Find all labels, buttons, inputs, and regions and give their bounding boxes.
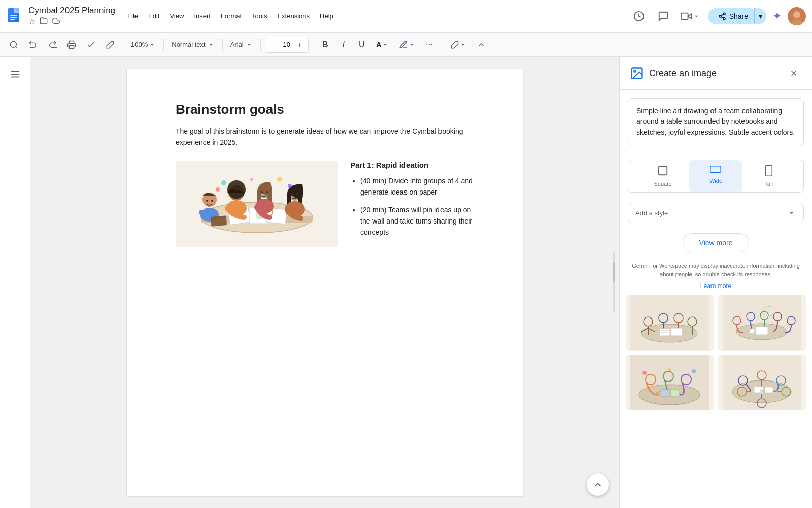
text-style-selector[interactable]: Normal text xyxy=(168,37,218,53)
svg-point-37 xyxy=(211,200,213,202)
star-icon[interactable]: ☆ xyxy=(28,17,36,27)
pen-tool-btn[interactable] xyxy=(446,37,470,53)
spell-btn[interactable] xyxy=(82,37,99,53)
svg-point-48 xyxy=(261,191,263,193)
title-icons: ☆ xyxy=(28,17,115,27)
font-size-decrease-btn[interactable]: − xyxy=(267,37,280,53)
svg-rect-9 xyxy=(681,13,688,19)
menu-view[interactable]: View xyxy=(165,10,188,22)
svg-point-49 xyxy=(266,191,268,193)
svg-point-18 xyxy=(10,41,16,47)
bullet-item-1: (40 min) Divide into groups of 4 and gen… xyxy=(360,175,474,198)
svg-point-94 xyxy=(750,329,755,334)
doc-icon xyxy=(6,7,24,25)
menu-insert[interactable]: Insert xyxy=(190,10,215,22)
cloud-icon[interactable] xyxy=(52,17,60,27)
aspect-ratio-section: Square Wide Tall xyxy=(628,160,804,193)
comment-btn[interactable] xyxy=(654,7,672,25)
topbar-right: Share ▾ ✦ xyxy=(630,7,806,25)
menu-format[interactable]: Format xyxy=(217,10,246,22)
svg-point-42 xyxy=(238,193,240,195)
menu-tools[interactable]: Tools xyxy=(248,10,271,22)
ai-prompt-textarea[interactable]: Simple line art drawing of a team collab… xyxy=(628,98,804,145)
aspect-tall-btn[interactable]: Tall xyxy=(742,160,795,192)
font-size-input[interactable]: 10 xyxy=(280,41,294,48)
generated-image-1[interactable] xyxy=(626,295,714,351)
doc-title[interactable]: Cymbal 2025 Planning xyxy=(28,6,115,16)
menu-help[interactable]: Help xyxy=(316,10,337,22)
svg-point-39 xyxy=(227,180,246,199)
style-dropdown[interactable]: Add a style xyxy=(628,203,804,223)
font-size-box: − 10 + xyxy=(265,37,309,53)
doc-area: Brainstorm goals The goal of this brains… xyxy=(30,57,619,508)
undo-btn[interactable] xyxy=(24,37,42,53)
history-btn[interactable] xyxy=(630,7,648,25)
paint-btn[interactable] xyxy=(101,37,119,53)
italic-btn[interactable]: I xyxy=(335,37,352,53)
redo-btn[interactable] xyxy=(44,37,61,53)
ai-panel-close-btn[interactable] xyxy=(786,65,802,81)
square-icon xyxy=(657,165,668,179)
ai-panel-header: Create an image xyxy=(620,57,812,90)
svg-point-58 xyxy=(277,177,282,182)
svg-rect-61 xyxy=(211,216,226,227)
divider5 xyxy=(313,39,313,51)
folder-icon[interactable] xyxy=(40,17,48,27)
svg-point-11 xyxy=(719,15,721,17)
menu-edit[interactable]: Edit xyxy=(144,10,163,22)
font-size-increase-btn[interactable]: + xyxy=(294,37,306,53)
view-more-button[interactable]: View more xyxy=(683,233,750,252)
svg-rect-86 xyxy=(723,295,801,350)
svg-point-104 xyxy=(642,371,647,375)
svg-rect-20 xyxy=(70,45,74,48)
doc-image[interactable] xyxy=(176,161,338,247)
underline-btn[interactable]: U xyxy=(354,37,370,53)
svg-rect-6 xyxy=(10,19,15,20)
divider2 xyxy=(163,39,164,51)
svg-rect-69 xyxy=(766,166,772,176)
print-btn[interactable] xyxy=(63,37,80,53)
highlight-btn[interactable] xyxy=(395,37,419,53)
user-avatar[interactable] xyxy=(788,7,806,25)
aspect-wide-btn[interactable]: Wide xyxy=(689,160,742,192)
svg-point-36 xyxy=(206,200,208,202)
share-dropdown-btn[interactable]: ▾ xyxy=(754,8,766,24)
menu-file[interactable]: File xyxy=(123,10,142,22)
scroll-top-btn[interactable] xyxy=(587,473,609,496)
svg-point-59 xyxy=(288,184,292,188)
gemini-sparkle-btn[interactable]: ✦ xyxy=(772,10,782,23)
svg-line-14 xyxy=(721,14,723,16)
search-btn[interactable] xyxy=(5,37,22,53)
collapse-btn[interactable] xyxy=(472,37,490,53)
generated-image-2[interactable] xyxy=(718,295,806,351)
divider6 xyxy=(442,39,442,51)
share-button[interactable]: Share xyxy=(708,8,758,24)
svg-rect-93 xyxy=(756,327,768,335)
more-options-btn[interactable]: ⋯ xyxy=(421,37,437,53)
toolbar: 100% Normal text Arial − 10 + B I U A ⋯ xyxy=(0,33,812,57)
generated-image-4[interactable] xyxy=(718,355,806,410)
svg-rect-83 xyxy=(671,328,682,336)
aspect-square-btn[interactable]: Square xyxy=(636,160,689,192)
svg-point-57 xyxy=(216,187,220,192)
text-color-btn[interactable]: A xyxy=(372,37,393,53)
svg-point-64 xyxy=(634,70,636,72)
generated-image-3[interactable] xyxy=(626,355,714,410)
menu-extensions[interactable]: Extensions xyxy=(273,10,314,22)
svg-line-13 xyxy=(721,17,723,18)
title-section: Cymbal 2025 Planning ☆ xyxy=(28,6,115,27)
bold-btn[interactable]: B xyxy=(317,37,333,53)
zoom-selector[interactable]: 100% xyxy=(127,37,159,53)
learn-more-link[interactable]: Learn more xyxy=(620,282,812,290)
menu-bar: File Edit View Insert Format Tools Exten… xyxy=(123,10,337,22)
svg-point-16 xyxy=(793,11,800,18)
bullet-item-2: (20 min) Teams will pin ideas up on the … xyxy=(360,204,474,238)
divider3 xyxy=(222,39,223,51)
font-selector[interactable]: Arial xyxy=(227,37,256,53)
svg-rect-5 xyxy=(10,17,17,18)
ai-disclaimer: Gemini for Workspace may display inaccur… xyxy=(620,262,812,282)
bullet-list: (40 min) Divide into groups of 4 and gen… xyxy=(350,175,474,238)
outline-icon[interactable] xyxy=(6,65,24,83)
tall-icon xyxy=(765,165,773,179)
video-btn[interactable] xyxy=(679,7,702,25)
